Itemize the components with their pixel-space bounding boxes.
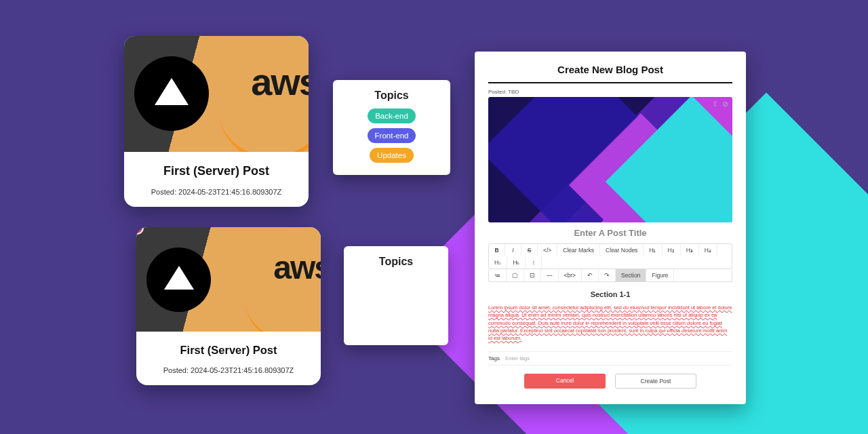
- cancel-button[interactable]: Cancel: [524, 374, 606, 389]
- posted-label: Posted: TBD: [488, 89, 732, 95]
- chip-label: Front-end: [385, 300, 418, 308]
- topic-chip-updates[interactable]: Updates: [370, 148, 414, 163]
- vercel-logo: [146, 248, 211, 312]
- toolbar-btn[interactable]: H₆: [507, 256, 526, 269]
- toolbar-btn[interactable]: ▢: [507, 269, 524, 281]
- remove-icon[interactable]: ✕: [372, 299, 381, 309]
- topic-chip-back-end[interactable]: Back-end: [368, 108, 416, 123]
- toolbar-btn[interactable]: </>: [538, 244, 557, 256]
- topic-chip-removable-updates[interactable]: ✕Updates: [370, 317, 423, 333]
- link-icon[interactable]: ⊘: [722, 100, 728, 108]
- tags-input[interactable]: Enter tags: [505, 355, 530, 361]
- topic-chip-front-end[interactable]: Front-end: [368, 128, 416, 143]
- topics-heading: Topics: [356, 256, 436, 268]
- toolbar-btn[interactable]: H₅: [489, 256, 507, 269]
- tags-row: Tags Enter tags: [488, 351, 732, 366]
- post-card-deletable[interactable]: aws First (Server) Post Posted: 2024-05-…: [136, 227, 321, 385]
- toolbar-btn[interactable]: H₂: [663, 244, 681, 256]
- create-post-panel: Create New Blog Post Posted: TBD ⇧ ⊘ Ent…: [475, 52, 746, 404]
- toolbar-btn[interactable]: Clear Marks: [557, 244, 600, 256]
- post-title-input[interactable]: Enter A Post Title: [488, 228, 732, 238]
- editor-toolbar-2: ≔▢⊡—<br>↶↷SectionFigure: [488, 269, 732, 282]
- post-title: First (Server) Post: [144, 344, 313, 357]
- editor-toolbar: BIS</>Clear MarksClear NodesH₁H₂H₃H₄H₅H₆…: [488, 243, 732, 269]
- aws-smile-icon: [244, 285, 321, 332]
- toolbar-btn[interactable]: I: [505, 244, 521, 256]
- post-card[interactable]: aws First (Server) Post Posted: 2024-05-…: [124, 36, 309, 207]
- aws-smile-icon: [218, 102, 309, 152]
- panel-heading: Create New Blog Post: [488, 64, 732, 75]
- editor-body[interactable]: Lorem ipsum dolor sit amet, consectetur …: [488, 304, 732, 342]
- aws-logo-text: aws: [273, 249, 321, 286]
- topic-chip-removable-front-end[interactable]: ✕Front-end: [367, 296, 425, 312]
- toolbar-btn[interactable]: <br>: [559, 269, 583, 281]
- remove-icon[interactable]: ✕: [372, 278, 382, 288]
- upload-icon[interactable]: ⇧: [712, 100, 718, 108]
- tags-label: Tags: [488, 355, 500, 361]
- chip-label: Updates: [388, 321, 416, 329]
- toolbar-btn[interactable]: ↷: [599, 269, 616, 281]
- toolbar-btn[interactable]: H₄: [699, 244, 717, 256]
- post-card-image: aws: [124, 36, 309, 152]
- toolbar-btn[interactable]: H₃: [681, 244, 699, 256]
- toolbar-btn[interactable]: ↕: [526, 256, 542, 269]
- toolbar-btn[interactable]: B: [489, 244, 505, 256]
- post-date: Posted: 2024-05-23T21:45:16.809307Z: [144, 366, 313, 374]
- topics-heading: Topics: [345, 90, 438, 102]
- hero-image[interactable]: ⇧ ⊘: [488, 97, 732, 222]
- post-card-image: aws: [136, 227, 321, 332]
- toolbar-btn[interactable]: H₁: [644, 244, 662, 256]
- toolbar-btn[interactable]: Clear Nodes: [600, 244, 644, 256]
- section-label: Section 1-1: [488, 290, 732, 298]
- chip-label: Back-end: [386, 279, 417, 287]
- topics-card-editable: Topics ✕Back-end✕Front-end✕Updates: [344, 246, 448, 345]
- toolbar-btn[interactable]: ≔: [489, 269, 507, 281]
- create-post-button[interactable]: Create Post: [615, 374, 696, 389]
- toolbar-btn[interactable]: ↶: [582, 269, 599, 281]
- remove-icon[interactable]: ✕: [374, 320, 384, 330]
- topic-chip-removable-back-end[interactable]: ✕Back-end: [368, 275, 425, 291]
- aws-logo-text: aws: [251, 60, 309, 104]
- toolbar-btn[interactable]: Figure: [646, 269, 674, 281]
- topics-card: Topics Back-endFront-endUpdates: [333, 80, 450, 175]
- toolbar-btn[interactable]: Section: [616, 269, 646, 281]
- post-title: First (Server) Post: [132, 164, 300, 178]
- toolbar-btn[interactable]: S: [521, 244, 538, 256]
- toolbar-btn[interactable]: ⊡: [524, 269, 541, 281]
- post-date: Posted: 2024-05-23T21:45:16.809307Z: [132, 188, 300, 196]
- toolbar-btn[interactable]: —: [541, 269, 559, 281]
- vercel-logo: [134, 56, 209, 131]
